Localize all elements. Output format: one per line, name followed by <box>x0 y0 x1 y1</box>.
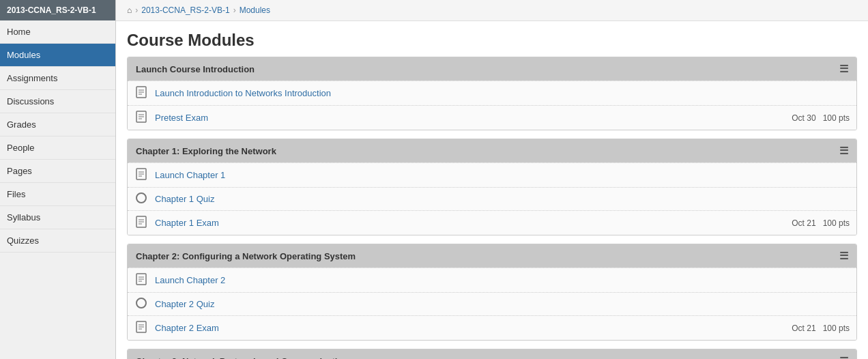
module-item-link[interactable]: Launch Chapter 1 <box>155 170 850 180</box>
sidebar: 2013-CCNA_RS-2-VB-1 HomeModulesAssignmen… <box>0 0 116 359</box>
sidebar-item-assignments[interactable]: Assignments <box>0 67 115 90</box>
module-header-chapter-3: Chapter 3: Network Protocols and Communi… <box>128 349 856 359</box>
module-item-meta: Oct 21100 pts <box>792 218 850 228</box>
sidebar-item-syllabus[interactable]: Syllabus <box>0 206 115 229</box>
module-item-meta: Oct 21100 pts <box>792 324 850 333</box>
module-item-pts: 100 pts <box>823 218 850 228</box>
breadcrumb-sep-1: › <box>135 5 138 15</box>
module-item-pts: 100 pts <box>823 324 850 333</box>
module-item-link[interactable]: Chapter 2 Exam <box>155 323 785 333</box>
module-menu-button[interactable]: ☰ <box>839 250 848 262</box>
module-item-link[interactable]: Pretest Exam <box>155 113 785 123</box>
module-item-date: Oct 30 <box>792 113 815 123</box>
sidebar-title: 2013-CCNA_RS-2-VB-1 <box>0 0 115 20</box>
module-menu-button[interactable]: ☰ <box>839 355 848 359</box>
module-item: Chapter 1 ExamOct 21100 pts <box>128 210 856 235</box>
module-menu-button[interactable]: ☰ <box>839 63 848 75</box>
module-item: Chapter 2 ExamOct 21100 pts <box>128 315 856 340</box>
module-item-link[interactable]: Launch Introduction to Networks Introduc… <box>155 88 850 98</box>
module-header-chapter-2: Chapter 2: Configuring a Network Operati… <box>128 244 856 268</box>
breadcrumb-sep-2: › <box>233 5 236 15</box>
page-title: Course Modules <box>116 21 868 57</box>
sidebar-item-files[interactable]: Files <box>0 183 115 206</box>
module-section-launch-course-intro: Launch Course Introduction☰Launch Introd… <box>127 57 857 130</box>
module-header-title: Chapter 2: Configuring a Network Operati… <box>136 251 356 261</box>
sidebar-item-grades[interactable]: Grades <box>0 113 115 137</box>
module-item: Chapter 1 Quiz <box>128 187 856 210</box>
doc-icon <box>134 273 148 287</box>
module-section-chapter-3: Chapter 3: Network Protocols and Communi… <box>127 349 857 359</box>
breadcrumb-current: Modules <box>240 5 270 15</box>
exam-icon <box>134 216 148 230</box>
exam-icon <box>134 111 148 125</box>
module-item-pts: 100 pts <box>823 113 850 123</box>
module-header-chapter-1: Chapter 1: Exploring the Network☰ <box>128 139 856 162</box>
module-item: Launch Chapter 1 <box>128 162 856 187</box>
sidebar-item-people[interactable]: People <box>0 137 115 160</box>
doc-icon <box>134 86 148 100</box>
doc-icon <box>134 168 148 182</box>
sidebar-nav: HomeModulesAssignmentsDiscussionsGradesP… <box>0 20 115 253</box>
module-item: Launch Chapter 2 <box>128 268 856 292</box>
module-item: Pretest ExamOct 30100 pts <box>128 105 856 130</box>
module-item-link[interactable]: Chapter 2 Quiz <box>155 299 850 309</box>
breadcrumb-course-link[interactable]: 2013-CCNA_RS-2-VB-1 <box>141 5 229 15</box>
quiz-icon <box>134 298 148 311</box>
sidebar-item-pages[interactable]: Pages <box>0 160 115 183</box>
module-item-date: Oct 21 <box>792 324 815 333</box>
module-item-link[interactable]: Launch Chapter 2 <box>155 275 850 285</box>
home-icon: ⌂ <box>127 5 132 15</box>
sidebar-item-discussions[interactable]: Discussions <box>0 90 115 113</box>
module-item-meta: Oct 30100 pts <box>792 113 850 123</box>
module-section-chapter-2: Chapter 2: Configuring a Network Operati… <box>127 244 857 341</box>
module-header-launch-course-intro: Launch Course Introduction☰ <box>128 57 856 81</box>
quiz-icon <box>134 192 148 205</box>
module-header-title: Launch Course Introduction <box>136 64 255 74</box>
sidebar-item-home[interactable]: Home <box>0 20 115 44</box>
module-section-chapter-1: Chapter 1: Exploring the Network☰Launch … <box>127 139 857 235</box>
sidebar-item-quizzes[interactable]: Quizzes <box>0 229 115 253</box>
modules-container: Launch Course Introduction☰Launch Introd… <box>116 57 868 359</box>
module-item: Chapter 2 Quiz <box>128 292 856 315</box>
module-item-date: Oct 21 <box>792 218 815 228</box>
module-menu-button[interactable]: ☰ <box>839 145 848 157</box>
module-header-title: Chapter 1: Exploring the Network <box>136 146 276 156</box>
module-item: Launch Introduction to Networks Introduc… <box>128 81 856 105</box>
main-content: ⌂ › 2013-CCNA_RS-2-VB-1 › Modules Course… <box>116 0 868 359</box>
sidebar-item-modules[interactable]: Modules <box>0 44 115 67</box>
module-item-link[interactable]: Chapter 1 Quiz <box>155 194 850 204</box>
exam-icon <box>134 321 148 335</box>
breadcrumb: ⌂ › 2013-CCNA_RS-2-VB-1 › Modules <box>116 0 868 21</box>
module-header-title: Chapter 3: Network Protocols and Communi… <box>136 356 353 360</box>
module-item-link[interactable]: Chapter 1 Exam <box>155 218 785 228</box>
